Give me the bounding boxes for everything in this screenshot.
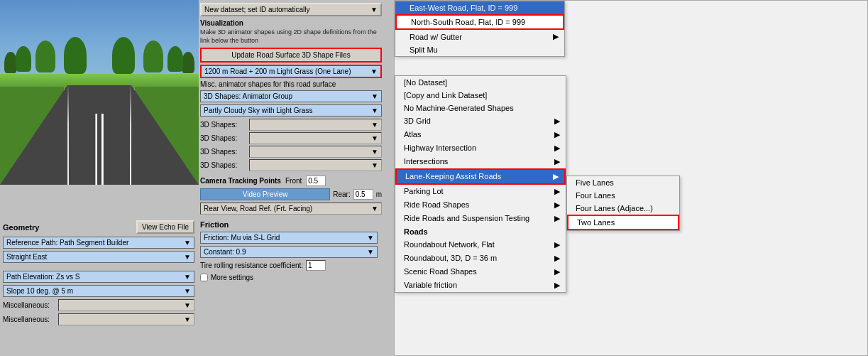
straight-east-label: Straight East [6,253,47,261]
friction-type-dropdown[interactable]: Friction: Mu via S-L Grid ▼ [200,232,378,244]
misc1-arrow-icon: ▼ [184,301,191,309]
tire-rolling-label: Tire rolling resistance coefficient: [200,261,303,269]
partly-cloudy-label: Partly Cloudy Sky with Light Grass [204,107,312,114]
road-surface-dropdown[interactable]: 1200 m Road + 200 m Light Grass (One Lan… [200,65,382,78]
lk-four-lanes[interactable]: Four Lanes [567,189,679,202]
video-preview-button[interactable]: Video Preview [200,188,330,200]
more-settings-checkbox[interactable] [200,274,208,281]
friction-panel: Friction Friction: Mu via S-L Grid ▼ Con… [200,220,378,353]
geometry-panel: Geometry View Echo File Reference Path: … [3,220,194,353]
misc1-label: Miscellaneous: [3,301,56,309]
menu-item-intersections[interactable]: Intersections ▶ [395,155,566,168]
camera-title: Camera Tracking Points [200,177,281,185]
menu-item-ride-road[interactable]: Ride Road Shapes ▶ [395,198,566,212]
menu-ride-suspension-arrow-icon: ▶ [554,214,560,223]
straight-east-dropdown[interactable]: Straight East ▼ [3,251,194,263]
straight-east-arrow-icon: ▼ [184,253,191,261]
lk-five-lanes[interactable]: Five Lanes [567,176,679,189]
lk-four-lanes-adj[interactable]: Four Lanes (Adjace...) [567,202,679,215]
friction-type-arrow-icon: ▼ [367,234,374,242]
view-echo-file-button[interactable]: View Echo File [136,220,194,234]
camera-front-input[interactable] [306,176,326,186]
menu-parking-arrow-icon: ▶ [554,187,560,196]
geometry-title: Geometry [3,223,39,232]
shapes-dropdown-3[interactable]: ▼ [249,146,382,158]
friction-type-label: Friction: Mu via S-L Grid [204,234,280,242]
shapes-arrow-1-icon: ▼ [371,121,378,129]
menu-item-parking[interactable]: Parking Lot ▶ [395,185,566,198]
animator-group-dropdown[interactable]: 3D Shapes: Animator Group ▼ [200,90,382,102]
menu-item-copy-link[interactable]: [Copy and Link Dataset] [395,89,566,102]
menu-item-no-machine[interactable]: No Machine-Generated Shapes [395,102,566,114]
visualization-title: Visualization [200,19,382,27]
dataset-dropdown[interactable]: New dataset; set ID automatically ▼ [200,3,382,16]
path-elev-arrow-icon: ▼ [184,273,191,281]
camera-rear-label: Rear: [333,190,350,198]
path-elevation-dropdown[interactable]: Path Elevation: Zs vs S ▼ [3,271,194,283]
lk-two-lanes[interactable]: Two Lanes [567,215,679,230]
update-road-button[interactable]: Update Road Surface 3D Shape Files [200,48,382,63]
menu-scenic-arrow-icon: ▶ [554,267,560,276]
dataset-label: New dataset; set ID automatically [204,6,309,14]
ref-path-arrow-icon: ▼ [184,239,191,247]
menu-lane-arrow-icon: ▶ [553,172,559,181]
camera-unit: m [376,190,382,198]
slope-dropdown[interactable]: Slope 10 deg. @ 5 m ▼ [3,285,194,297]
camera-rear-input[interactable] [353,189,373,200]
tire-rolling-input[interactable] [306,260,326,271]
partly-cloudy-arrow-icon: ▼ [371,107,378,114]
menu-item-scenic[interactable]: Scenic Road Shapes ▶ [395,265,566,279]
constant-dropdown[interactable]: Constant: 0.9 ▼ [200,246,378,258]
menu-item-3d-grid[interactable]: 3D Grid ▶ [395,114,566,128]
partly-cloudy-dropdown[interactable]: Partly Cloudy Sky with Light Grass ▼ [200,104,382,117]
shapes-arrow-4-icon: ▼ [371,161,378,169]
visualization-panel: New dataset; set ID automatically ▼ Visu… [199,0,383,217]
bottom-panels: Geometry View Echo File Reference Path: … [0,217,394,356]
slope-label: Slope 10 deg. @ 5 m [6,287,73,295]
menu-item-roundabout-3d[interactable]: Roundabout, 3D, D = 36 m ▶ [395,252,566,265]
reference-path-dropdown[interactable]: Reference Path: Path Segment Builder ▼ [3,237,194,249]
more-settings-label: More settings [211,274,253,281]
ref-path-label: Reference Path: Path Segment Builder [6,239,128,247]
shapes-dropdown-1[interactable]: ▼ [249,119,382,131]
submenu-item-east-west[interactable]: East-West Road, Flat, ID = 999 [395,1,564,14]
shapes-dropdown-2[interactable]: ▼ [249,132,382,144]
submenu-gutter-arrow-icon: ▶ [553,32,559,41]
menu-item-roads[interactable]: Roads [395,225,566,238]
main-dropdown-menu: [No Dataset] [Copy and Link Dataset] No … [395,75,566,293]
submenu-item-split-mu[interactable]: Split Mu [395,43,564,56]
submenu-item-north-south[interactable]: North-South Road, Flat, ID = 999 [395,14,564,30]
menu-item-roundabout-flat[interactable]: Roundabout Network, Flat ▶ [395,238,566,252]
menu-roundabout-3d-arrow-icon: ▶ [554,254,560,263]
menu-item-atlas[interactable]: Atlas ▶ [395,128,566,141]
menu-ride-road-arrow-icon: ▶ [554,200,560,210]
rear-view-label: Rear View, Road Ref. (Frt. Facing) [204,205,312,212]
misc1-dropdown[interactable]: ▼ [58,299,194,311]
camera-front-label: Front [285,177,302,185]
menu-item-variable-friction[interactable]: Variable friction ▶ [395,279,566,292]
menu-3d-grid-arrow-icon: ▶ [554,117,560,126]
misc2-dropdown[interactable]: ▼ [58,313,194,325]
menu-item-highway[interactable]: Highway Intersection ▶ [395,141,566,155]
menu-item-ride-roads-suspension[interactable]: Ride Roads and Suspension Testing ▶ [395,212,566,225]
path-elev-label: Path Elevation: Zs vs S [6,273,79,281]
animator-group-label: 3D Shapes: Animator Group [204,92,292,100]
menu-highway-arrow-icon: ▶ [554,144,560,153]
right-menu-area: East-West Road, Flat, ID = 999 North-Sou… [394,0,868,356]
dataset-bar: New dataset; set ID automatically ▼ [200,3,382,16]
dropdown-arrow-icon: ▼ [370,6,378,14]
road-dropdown-label: 1200 m Road + 200 m Light Grass (One Lan… [204,68,351,75]
rear-view-dropdown[interactable]: Rear View, Road Ref. (Frt. Facing) ▼ [200,203,382,215]
submenu-item-gutter[interactable]: Road w/ Gutter ▶ [395,30,564,43]
menu-item-no-dataset[interactable]: [No Dataset] [395,76,566,89]
shapes-dropdown-4[interactable]: ▼ [249,159,382,171]
shapes-arrow-3-icon: ▼ [371,148,378,156]
road-dropdown-arrow-icon: ▼ [370,68,378,75]
shapes-label-2: 3D Shapes: [200,134,246,142]
menu-intersections-arrow-icon: ▶ [554,157,560,166]
shapes-label-1: 3D Shapes: [200,121,246,129]
shapes-arrow-2-icon: ▼ [371,134,378,142]
misc2-label: Miscellaneous: [3,315,56,323]
menu-item-lane-keeping[interactable]: Lane-Keeping Assist Roads ▶ [395,168,566,185]
menu-atlas-arrow-icon: ▶ [554,130,560,139]
